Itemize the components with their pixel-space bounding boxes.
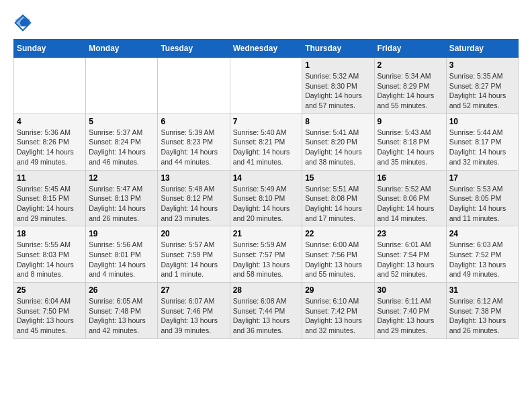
calendar-day-cell: 7Sunrise: 5:40 AM Sunset: 8:21 PM Daylig…: [230, 113, 302, 170]
day-number: 10: [449, 117, 515, 126]
day-number: 16: [378, 173, 443, 183]
day-detail: Sunrise: 5:55 AM Sunset: 8:03 PM Dayligh…: [17, 240, 83, 279]
calendar-day-cell: 12Sunrise: 5:47 AM Sunset: 8:13 PM Dayli…: [86, 170, 158, 226]
day-detail: Sunrise: 5:39 AM Sunset: 8:23 PM Dayligh…: [161, 128, 226, 167]
calendar: SundayMondayTuesdayWednesdayThursdayFrid…: [13, 39, 519, 339]
day-detail: Sunrise: 5:32 AM Sunset: 8:30 PM Dayligh…: [305, 71, 371, 111]
day-number: 11: [17, 173, 83, 183]
day-number: 13: [161, 173, 226, 183]
day-detail: Sunrise: 5:37 AM Sunset: 8:24 PM Dayligh…: [89, 128, 154, 167]
calendar-day-cell: 10Sunrise: 5:44 AM Sunset: 8:17 PM Dayli…: [446, 113, 518, 170]
day-number: 25: [17, 285, 83, 295]
day-header-sunday: Sunday: [14, 40, 86, 58]
logo-icon: [13, 13, 32, 32]
calendar-week-row: 11Sunrise: 5:45 AM Sunset: 8:15 PM Dayli…: [14, 170, 519, 226]
calendar-day-cell: 21Sunrise: 5:59 AM Sunset: 7:57 PM Dayli…: [230, 226, 302, 283]
calendar-day-cell: [158, 58, 230, 114]
calendar-day-cell: 29Sunrise: 6:10 AM Sunset: 7:42 PM Dayli…: [302, 283, 374, 339]
day-number: 14: [233, 173, 300, 183]
logo: [13, 13, 35, 32]
calendar-day-cell: 8Sunrise: 5:41 AM Sunset: 8:20 PM Daylig…: [302, 113, 374, 170]
day-number: 5: [89, 117, 154, 126]
day-number: 20: [161, 229, 226, 238]
calendar-day-cell: 15Sunrise: 5:51 AM Sunset: 8:08 PM Dayli…: [302, 170, 374, 226]
day-number: 19: [89, 229, 154, 238]
calendar-day-cell: [86, 58, 158, 114]
calendar-week-row: 25Sunrise: 6:04 AM Sunset: 7:50 PM Dayli…: [14, 283, 519, 339]
calendar-day-cell: 11Sunrise: 5:45 AM Sunset: 8:15 PM Dayli…: [14, 170, 86, 226]
day-detail: Sunrise: 6:05 AM Sunset: 7:48 PM Dayligh…: [89, 296, 154, 336]
day-detail: Sunrise: 5:56 AM Sunset: 8:01 PM Dayligh…: [89, 240, 154, 279]
day-detail: Sunrise: 5:43 AM Sunset: 8:18 PM Dayligh…: [378, 128, 443, 167]
day-detail: Sunrise: 5:40 AM Sunset: 8:21 PM Dayligh…: [233, 128, 300, 167]
day-number: 17: [449, 173, 515, 183]
day-number: 6: [161, 117, 226, 126]
day-detail: Sunrise: 5:57 AM Sunset: 7:59 PM Dayligh…: [161, 240, 226, 279]
day-detail: Sunrise: 6:11 AM Sunset: 7:40 PM Dayligh…: [378, 296, 443, 336]
day-number: 24: [449, 229, 515, 238]
calendar-day-cell: 22Sunrise: 6:00 AM Sunset: 7:56 PM Dayli…: [302, 226, 374, 283]
calendar-day-cell: 31Sunrise: 6:12 AM Sunset: 7:38 PM Dayli…: [446, 283, 518, 339]
day-detail: Sunrise: 5:51 AM Sunset: 8:08 PM Dayligh…: [305, 184, 371, 224]
calendar-day-cell: 19Sunrise: 5:56 AM Sunset: 8:01 PM Dayli…: [86, 226, 158, 283]
day-number: 15: [305, 173, 371, 183]
calendar-day-cell: 24Sunrise: 6:03 AM Sunset: 7:52 PM Dayli…: [446, 226, 518, 283]
day-detail: Sunrise: 6:10 AM Sunset: 7:42 PM Dayligh…: [305, 296, 371, 336]
day-number: 31: [449, 285, 515, 295]
day-number: 23: [378, 229, 443, 238]
day-number: 29: [305, 285, 371, 295]
calendar-day-cell: [230, 58, 302, 114]
day-detail: Sunrise: 6:04 AM Sunset: 7:50 PM Dayligh…: [17, 296, 83, 336]
day-detail: Sunrise: 5:53 AM Sunset: 8:05 PM Dayligh…: [449, 184, 515, 224]
day-number: 27: [161, 285, 226, 295]
day-number: 1: [305, 60, 371, 70]
calendar-day-cell: 6Sunrise: 5:39 AM Sunset: 8:23 PM Daylig…: [158, 113, 230, 170]
day-number: 4: [17, 117, 83, 126]
day-header-wednesday: Wednesday: [230, 40, 302, 58]
day-detail: Sunrise: 5:36 AM Sunset: 8:26 PM Dayligh…: [17, 128, 83, 167]
day-detail: Sunrise: 5:41 AM Sunset: 8:20 PM Dayligh…: [305, 128, 371, 167]
day-number: 3: [449, 60, 515, 70]
day-number: 2: [378, 60, 443, 70]
calendar-day-cell: 30Sunrise: 6:11 AM Sunset: 7:40 PM Dayli…: [374, 283, 446, 339]
calendar-header-row: SundayMondayTuesdayWednesdayThursdayFrid…: [14, 40, 519, 58]
calendar-day-cell: 20Sunrise: 5:57 AM Sunset: 7:59 PM Dayli…: [158, 226, 230, 283]
calendar-day-cell: 2Sunrise: 5:34 AM Sunset: 8:29 PM Daylig…: [374, 58, 446, 114]
day-detail: Sunrise: 6:00 AM Sunset: 7:56 PM Dayligh…: [305, 240, 371, 279]
calendar-week-row: 4Sunrise: 5:36 AM Sunset: 8:26 PM Daylig…: [14, 113, 519, 170]
day-detail: Sunrise: 5:45 AM Sunset: 8:15 PM Dayligh…: [17, 184, 83, 224]
calendar-day-cell: 3Sunrise: 5:35 AM Sunset: 8:27 PM Daylig…: [446, 58, 518, 114]
day-detail: Sunrise: 5:47 AM Sunset: 8:13 PM Dayligh…: [89, 184, 154, 224]
day-header-monday: Monday: [86, 40, 158, 58]
calendar-day-cell: 4Sunrise: 5:36 AM Sunset: 8:26 PM Daylig…: [14, 113, 86, 170]
calendar-day-cell: 5Sunrise: 5:37 AM Sunset: 8:24 PM Daylig…: [86, 113, 158, 170]
calendar-week-row: 1Sunrise: 5:32 AM Sunset: 8:30 PM Daylig…: [14, 58, 519, 114]
calendar-day-cell: 28Sunrise: 6:08 AM Sunset: 7:44 PM Dayli…: [230, 283, 302, 339]
day-number: 22: [305, 229, 371, 238]
day-header-tuesday: Tuesday: [158, 40, 230, 58]
calendar-day-cell: 14Sunrise: 5:49 AM Sunset: 8:10 PM Dayli…: [230, 170, 302, 226]
day-number: 30: [378, 285, 443, 295]
day-header-saturday: Saturday: [446, 40, 518, 58]
day-number: 9: [378, 117, 443, 126]
day-number: 8: [305, 117, 371, 126]
day-detail: Sunrise: 5:59 AM Sunset: 7:57 PM Dayligh…: [233, 240, 300, 279]
day-number: 12: [89, 173, 154, 183]
day-detail: Sunrise: 5:35 AM Sunset: 8:27 PM Dayligh…: [449, 71, 515, 111]
day-number: 18: [17, 229, 83, 238]
calendar-day-cell: 27Sunrise: 6:07 AM Sunset: 7:46 PM Dayli…: [158, 283, 230, 339]
day-number: 21: [233, 229, 300, 238]
day-detail: Sunrise: 5:44 AM Sunset: 8:17 PM Dayligh…: [449, 128, 515, 167]
day-number: 26: [89, 285, 154, 295]
day-detail: Sunrise: 6:08 AM Sunset: 7:44 PM Dayligh…: [233, 296, 300, 336]
day-detail: Sunrise: 5:49 AM Sunset: 8:10 PM Dayligh…: [233, 184, 300, 224]
day-header-thursday: Thursday: [302, 40, 374, 58]
day-detail: Sunrise: 5:48 AM Sunset: 8:12 PM Dayligh…: [161, 184, 226, 224]
calendar-day-cell: 9Sunrise: 5:43 AM Sunset: 8:18 PM Daylig…: [374, 113, 446, 170]
day-number: 7: [233, 117, 300, 126]
day-detail: Sunrise: 6:12 AM Sunset: 7:38 PM Dayligh…: [449, 296, 515, 336]
page-header: [13, 13, 519, 32]
calendar-day-cell: 13Sunrise: 5:48 AM Sunset: 8:12 PM Dayli…: [158, 170, 230, 226]
calendar-week-row: 18Sunrise: 5:55 AM Sunset: 8:03 PM Dayli…: [14, 226, 519, 283]
calendar-day-cell: 1Sunrise: 5:32 AM Sunset: 8:30 PM Daylig…: [302, 58, 374, 114]
